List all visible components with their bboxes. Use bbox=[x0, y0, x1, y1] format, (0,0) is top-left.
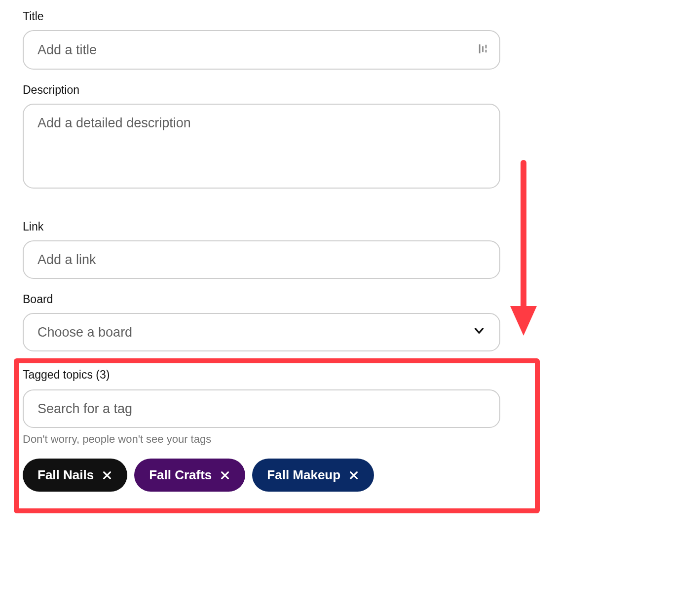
board-label: Board bbox=[23, 293, 650, 306]
tag-pill-label: Fall Crafts bbox=[149, 467, 212, 483]
title-input[interactable] bbox=[23, 30, 500, 70]
tag-hint-text: Don't worry, people won't see your tags bbox=[23, 433, 650, 446]
tagged-topics-section: Tagged topics (3) Don't worry, people wo… bbox=[23, 368, 650, 492]
board-select[interactable]: Choose a board bbox=[23, 313, 500, 351]
chevron-down-icon bbox=[473, 324, 486, 341]
tag-pill: Fall Nails bbox=[23, 459, 127, 492]
link-input[interactable] bbox=[23, 240, 500, 279]
close-icon[interactable] bbox=[220, 470, 230, 481]
description-label: Description bbox=[23, 83, 650, 97]
description-field-group: Description bbox=[23, 83, 650, 191]
dashlane-icon bbox=[478, 43, 488, 56]
title-input-wrapper bbox=[23, 30, 500, 70]
title-label: Title bbox=[23, 10, 650, 23]
tag-pill: Fall Crafts bbox=[134, 459, 245, 492]
tagged-topics-label: Tagged topics (3) bbox=[23, 368, 650, 382]
svg-rect-0 bbox=[479, 44, 481, 53]
tag-pills-container: Fall NailsFall CraftsFall Makeup bbox=[23, 459, 650, 492]
tag-search-input[interactable] bbox=[23, 389, 500, 428]
board-select-placeholder: Choose a board bbox=[37, 325, 132, 340]
title-field-group: Title bbox=[23, 10, 650, 70]
description-input[interactable] bbox=[23, 104, 500, 189]
tag-pill-label: Fall Makeup bbox=[267, 467, 340, 483]
close-icon[interactable] bbox=[102, 470, 112, 481]
link-field-group: Link bbox=[23, 220, 650, 279]
svg-rect-1 bbox=[482, 46, 484, 52]
svg-rect-2 bbox=[486, 45, 487, 48]
board-field-group: Board Choose a board bbox=[23, 293, 650, 351]
tag-pill-label: Fall Nails bbox=[37, 467, 94, 483]
link-label: Link bbox=[23, 220, 650, 233]
close-icon[interactable] bbox=[348, 470, 359, 481]
svg-rect-3 bbox=[486, 50, 487, 53]
tag-pill: Fall Makeup bbox=[252, 459, 374, 492]
